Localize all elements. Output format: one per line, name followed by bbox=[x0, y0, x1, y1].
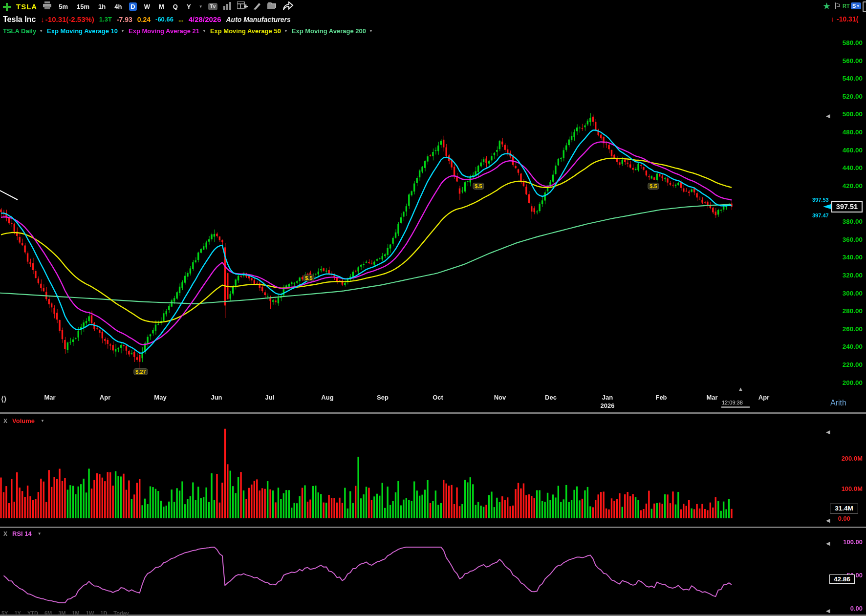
realtime-label: RT bbox=[843, 3, 850, 9]
volume-pane-title[interactable]: Volume bbox=[12, 417, 35, 425]
calculator-add-icon[interactable] bbox=[237, 1, 248, 12]
series-selector[interactable]: TSLA Daily ▼ bbox=[3, 27, 43, 35]
volume-axis-tick: 200.0M bbox=[842, 455, 863, 462]
timeframe-button-4h[interactable]: 4h bbox=[113, 2, 123, 11]
range-button-1y[interactable]: 1Y bbox=[14, 610, 21, 616]
right-change-arrow-icon: ↓ bbox=[831, 15, 834, 23]
range-button-5y[interactable]: 5Y bbox=[1, 610, 8, 616]
price-axis-tick: 260.00 bbox=[843, 325, 863, 333]
draw-pencil-icon[interactable] bbox=[253, 1, 261, 12]
x-axis-month-label: Mar bbox=[44, 394, 55, 401]
price-axis-tick: 220.00 bbox=[843, 361, 863, 368]
expand-pane-icon[interactable]: ⟨⟩ bbox=[1, 395, 7, 404]
range-button-ytd[interactable]: YTD bbox=[27, 610, 38, 616]
x-axis-month-label: Nov bbox=[494, 394, 506, 401]
timeframe-button-d[interactable]: D bbox=[129, 2, 136, 11]
range-button-1w[interactable]: 1W bbox=[86, 610, 94, 616]
tv-chart-icon[interactable]: Tv bbox=[208, 3, 218, 10]
volume-last-box: 31.4M bbox=[830, 504, 858, 513]
stat-value-1: -7.93 bbox=[117, 16, 132, 23]
volume-pane-header: X Volume ▼ bbox=[3, 417, 44, 425]
range-button-1d[interactable]: 1D bbox=[100, 610, 107, 616]
clipped-edge-icon bbox=[863, 1, 866, 12]
price-axis-tick: 300.00 bbox=[843, 290, 863, 297]
ema-indicator-list: Exp Moving Average 10▼Exp Moving Average… bbox=[47, 27, 373, 35]
market-cap: 1.3T bbox=[99, 16, 112, 23]
dividend-label: $.5 bbox=[473, 183, 484, 190]
dividend-label: $.27 bbox=[133, 368, 148, 375]
pane-scroll-left-icon[interactable]: ◀ bbox=[826, 113, 830, 119]
range-button-today[interactable]: Today bbox=[113, 610, 129, 616]
timeframe-button-1h[interactable]: 1h bbox=[97, 2, 107, 11]
scroll-up-triangle-icon[interactable]: ▲ bbox=[738, 386, 743, 392]
timeframe-button-q[interactable]: Q bbox=[172, 2, 179, 11]
x-axis-month-label: Apr bbox=[758, 394, 769, 401]
series-label: TSLA Daily bbox=[3, 27, 36, 35]
rsi-pane-title[interactable]: RSI 14 bbox=[12, 530, 32, 537]
ema-indicator-2[interactable]: Exp Moving Average 21▼ bbox=[129, 27, 206, 35]
last-price-box: 397.51 bbox=[831, 201, 863, 212]
folder-icon[interactable] bbox=[267, 2, 277, 12]
quote-row: Tesla Inc ↓ -10.31(-2.53%) 1.3T -7.93 0.… bbox=[0, 13, 866, 25]
timeframe-dropdown-icon[interactable]: ▼ bbox=[199, 4, 203, 9]
x-axis-month-label: Mar bbox=[706, 394, 717, 401]
rsi-axis-tick: 100.00 bbox=[843, 538, 863, 546]
flag-icon[interactable]: ⚐ bbox=[834, 1, 841, 11]
timeframe-button-y[interactable]: Y bbox=[185, 2, 193, 11]
favorite-star-icon[interactable]: ★ bbox=[823, 0, 831, 12]
ema-indicator-4[interactable]: Exp Moving Average 200▼ bbox=[292, 27, 373, 35]
timeframe-button-15m[interactable]: 15m bbox=[75, 2, 91, 11]
axis-overlay: 580.00560.00540.00520.00500.00480.00460.… bbox=[0, 0, 866, 616]
pane-scroll-left-icon[interactable]: ◀ bbox=[826, 540, 830, 547]
volume-zero-tick: 0.00 bbox=[838, 515, 850, 522]
print-icon[interactable] bbox=[43, 1, 52, 12]
x-axis-month-label: Aug bbox=[321, 394, 333, 401]
price-axis-tick: 340.00 bbox=[843, 254, 863, 261]
stat-value-2: 0.24 bbox=[137, 16, 151, 23]
x-axis-month-label: Apr bbox=[100, 394, 110, 401]
pane-scroll-left-icon[interactable]: ◀ bbox=[826, 429, 830, 435]
add-symbol-icon[interactable] bbox=[3, 3, 11, 11]
volume-axis-tick: 100.0M bbox=[842, 485, 863, 492]
ema-indicator-1[interactable]: Exp Moving Average 10▼ bbox=[47, 27, 125, 35]
ema-caret-icon: ▼ bbox=[284, 29, 288, 33]
ema-indicator-3[interactable]: Exp Moving Average 50▼ bbox=[210, 27, 288, 35]
bid-price-label: 397.47 bbox=[812, 212, 829, 218]
rsi-caret-icon[interactable]: ▼ bbox=[38, 531, 42, 536]
range-button-6m[interactable]: 6M bbox=[44, 610, 52, 616]
range-button-1m[interactable]: 1M bbox=[72, 610, 80, 616]
x-axis-month-label: Oct bbox=[433, 394, 443, 401]
volume-caret-icon[interactable]: ▼ bbox=[41, 419, 44, 423]
pane-scroll-left-icon[interactable]: ◀ bbox=[826, 608, 830, 614]
price-axis-tick: 420.00 bbox=[843, 182, 863, 190]
price-change: -10.31(-2.53%) bbox=[45, 15, 94, 23]
volume-close-button[interactable]: X bbox=[3, 418, 7, 425]
pane-scroll-left-icon[interactable]: ◀ bbox=[826, 517, 830, 524]
quote-date: 4/28/2026 bbox=[189, 15, 221, 23]
share-arrow-icon[interactable] bbox=[282, 1, 294, 12]
price-axis-tick: 200.00 bbox=[843, 379, 863, 386]
change-down-arrow-icon: ↓ bbox=[41, 15, 44, 23]
ema-indicator-label: Exp Moving Average 50 bbox=[210, 27, 281, 35]
x-axis-month-label: Jun bbox=[211, 394, 222, 401]
ema-caret-icon: ▼ bbox=[369, 29, 373, 33]
timeframe-buttons: 5m15m1h4hDWMQY bbox=[57, 2, 192, 11]
stream-badge-letter: S bbox=[852, 3, 856, 9]
rsi-close-button[interactable]: X bbox=[3, 531, 7, 537]
timeframe-button-5m[interactable]: 5m bbox=[57, 2, 69, 11]
timeframe-button-w[interactable]: W bbox=[143, 2, 152, 11]
bar-chart-icon[interactable] bbox=[223, 2, 232, 12]
industry-label: Auto Manufacturers bbox=[226, 16, 291, 23]
scale-type-label[interactable]: Arith bbox=[830, 399, 846, 407]
range-button-3m[interactable]: 3M bbox=[58, 610, 65, 616]
right-price-change: -10.31( bbox=[837, 15, 858, 23]
stats-ellipsis[interactable]: ... bbox=[178, 16, 184, 23]
clock-underline bbox=[721, 406, 750, 408]
ema-caret-icon: ▼ bbox=[202, 29, 206, 33]
x-axis-month-label: Dec bbox=[545, 394, 557, 401]
stream-badge[interactable]: S▼ bbox=[851, 2, 861, 9]
ema-indicator-label: Exp Moving Average 21 bbox=[129, 27, 199, 35]
price-axis-tick: 320.00 bbox=[843, 272, 863, 279]
timeframe-button-m[interactable]: M bbox=[157, 2, 166, 11]
symbol-label[interactable]: TSLA bbox=[16, 2, 37, 11]
